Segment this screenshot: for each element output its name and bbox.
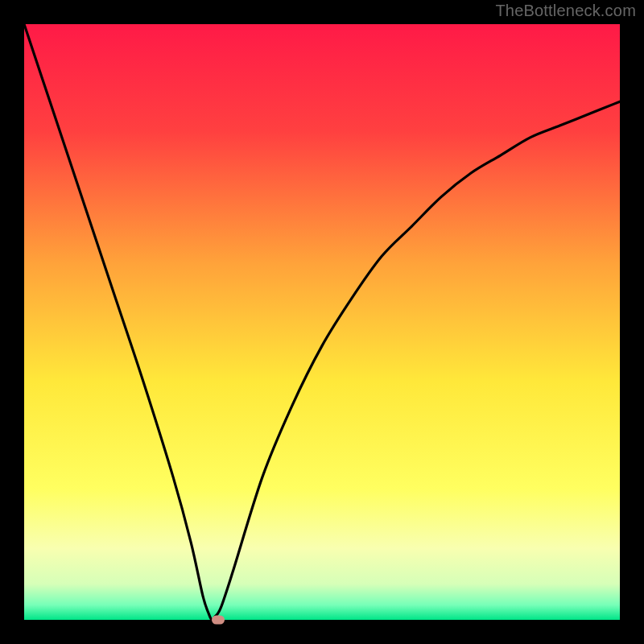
- bottleneck-chart: [24, 24, 620, 620]
- optimal-point-marker: [212, 616, 225, 625]
- gradient-background: [24, 24, 620, 620]
- chart-frame: TheBottleneck.com: [0, 0, 644, 644]
- watermark-text: TheBottleneck.com: [495, 2, 636, 20]
